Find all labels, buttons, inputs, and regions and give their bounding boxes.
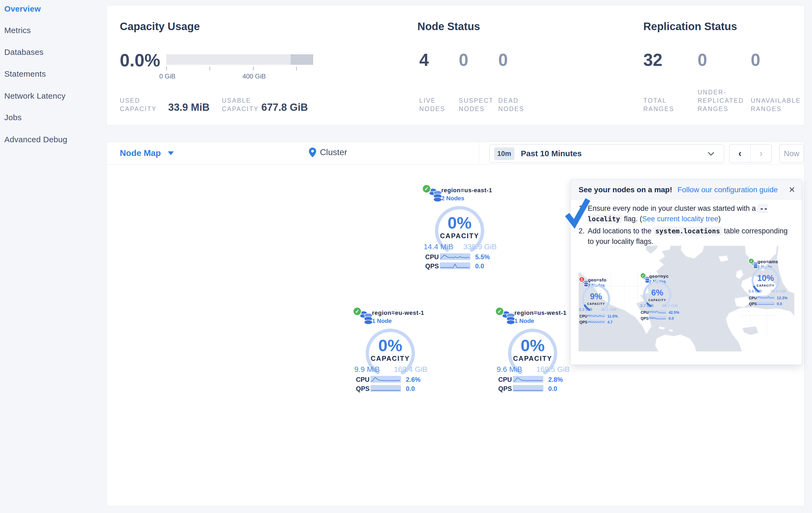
cpu-value: 11.0% [607, 314, 618, 318]
configuration-guide-link[interactable]: Follow our configuration guide [677, 186, 778, 194]
axis-tick [166, 67, 167, 71]
step-text: ) [718, 215, 721, 223]
sidebar-item-overview[interactable]: Overview [4, 4, 41, 14]
sidebar: Overview Metrics Databases Statements Ne… [0, 0, 106, 513]
nodes-on-map-popup: See your nodes on a map! Follow our conf… [570, 179, 802, 365]
status-healthy-icon [748, 258, 754, 264]
qps-sparkline [370, 385, 401, 392]
time-back-button[interactable]: ‹ [729, 144, 751, 163]
axis-tick [209, 67, 210, 71]
cpu-sparkline [370, 376, 401, 383]
gauge-percent: 6% [640, 288, 674, 298]
axis-tick-label: 400 GiB [242, 73, 266, 80]
gauge-capacity-label: CAPACITY [422, 232, 497, 240]
node-count-link[interactable]: 2 Nodes [441, 195, 464, 202]
node-group-eu-west-1[interactable]: region=eu-west-1 1 Node 0% CAPACITY 9.9 … [353, 307, 428, 396]
node-count-link[interactable]: 1 Node [514, 318, 534, 325]
status-healthy-icon [495, 307, 504, 316]
total-value: 34.4 GiB [771, 289, 786, 293]
node-group-title: region=eu-west-1 [372, 309, 424, 317]
unavailable-label: UNAVAILABLE RANGES [751, 97, 801, 113]
live-nodes-label: LIVE NODES [419, 97, 454, 113]
locality-tree-link[interactable]: See current locality tree [642, 215, 718, 223]
breadcrumb[interactable]: Cluster [309, 147, 347, 157]
cpu-value: 2.8% [548, 376, 563, 383]
qps-sparkline [440, 263, 470, 269]
step-text: Add locations to the [588, 227, 654, 235]
gauge-capacity-label: CAPACITY [748, 284, 783, 287]
step-text: flag. ( [622, 215, 642, 223]
close-icon[interactable]: ✕ [789, 185, 795, 194]
time-forward-button: › [751, 144, 772, 163]
node-map-toolbar: Node Map Cluster 10m Past 10 Minutes ‹ › [107, 142, 804, 165]
sidebar-item-network-latency[interactable]: Network Latency [4, 91, 65, 101]
location-pin-icon [309, 147, 316, 157]
total-ranges-label: TOTAL RANGES [643, 97, 681, 113]
cpu-value: 42.5% [669, 310, 679, 315]
gauge-capacity-label: CAPACITY [353, 355, 428, 362]
node-group-title: geo=sfo [588, 277, 606, 283]
big-blue-check-icon [564, 197, 591, 230]
node-group-us-west-1[interactable]: region=us-west-1 1 Node 0% CAPACITY 9.6 … [495, 307, 570, 396]
unavailable-value: 0 [751, 50, 760, 70]
sidebar-item-statements[interactable]: Statements [4, 70, 46, 79]
axis-tick [253, 67, 254, 71]
sidebar-item-databases[interactable]: Databases [4, 48, 44, 57]
used-value: 3.6 GiB [748, 289, 762, 293]
map-node-group-ams[interactable]: geo=ams 1 Node 10% CAPACITY 3.6 GiB 34.4… [748, 258, 787, 306]
dead-nodes-value: 0 [498, 50, 508, 70]
sidebar-item-metrics[interactable]: Metrics [4, 26, 31, 35]
node-group-us-east-1[interactable]: region=us-east-1 2 Nodes 0% CAPACITY 14.… [422, 184, 497, 273]
status-healthy-icon [422, 184, 431, 193]
sidebar-item-jobs[interactable]: Jobs [4, 113, 22, 122]
cpu-value: 5.5% [475, 253, 490, 261]
cpu-sparkline [587, 314, 605, 318]
under-replicated-value: 0 [698, 50, 707, 70]
time-range-selector[interactable]: 10m Past 10 Minutes [489, 144, 724, 163]
toolbar-divider [479, 142, 479, 165]
popup-title: See your nodes on a map! [579, 186, 672, 194]
dropdown-caret-icon [168, 152, 174, 155]
node-group-title: region=us-east-1 [441, 187, 492, 194]
node-status-title: Node Status [417, 21, 480, 32]
gauge-percent: 10% [748, 273, 783, 283]
time-range-badge: 10m [494, 147, 514, 160]
system-locations-code: system.locations [654, 227, 722, 236]
qps-value: 0.0 [777, 302, 782, 306]
dead-nodes-label: DEAD NODES [498, 97, 533, 113]
node-group-title: geo=ams [757, 259, 778, 265]
used-value: 14.4 MiB [424, 243, 454, 251]
setup-step-2: 2.Add locations to the system.locations … [579, 226, 795, 247]
qps-sparkline [513, 385, 543, 392]
map-node-group-nyc[interactable]: geo=nyc 2 Nodes 6% CAPACITY 3.7 GiB 65.7… [640, 273, 679, 321]
gauge-capacity-label: CAPACITY [579, 302, 613, 305]
step-text: Ensure every node in your cluster was st… [588, 204, 758, 212]
gauge-percent: 0% [422, 213, 497, 232]
sidebar-item-advanced-debug[interactable]: Advanced Debug [4, 135, 67, 144]
map-node-group-sfo[interactable]: 1 geo=sfo 2 Nodes 9% CA [579, 276, 618, 325]
cpu-sparkline [757, 296, 775, 299]
gauge-percent: 0% [353, 336, 428, 355]
qps-label: QPS [579, 320, 587, 324]
cpu-label: CPU [425, 253, 439, 261]
total-value: 65.7 GiB [662, 303, 678, 308]
now-button[interactable]: Now [779, 144, 804, 163]
total-value: 169.4 GiB [394, 365, 427, 374]
capacity-usage-title: Capacity Usage [120, 21, 200, 32]
view-mode-dropdown[interactable]: Node Map [120, 148, 174, 158]
qps-sparkline [587, 320, 605, 323]
node-group-title: geo=nyc [649, 274, 669, 279]
time-range-label: Past 10 Minutes [521, 149, 582, 158]
axis-tick [296, 67, 297, 71]
setup-step-1: 1.Ensure every node in your cluster was … [579, 203, 795, 224]
breadcrumb-cluster-label: Cluster [320, 147, 347, 157]
setup-steps: 1.Ensure every node in your cluster was … [579, 203, 795, 248]
node-count-link[interactable]: 1 Node [372, 318, 392, 325]
cpu-value: 12.3% [777, 296, 788, 300]
qps-sparkline [757, 302, 775, 305]
gauge-percent: 0% [495, 336, 570, 355]
used-value: 9.9 MiB [354, 365, 380, 374]
under-replicated-label: UNDER-REPLICATED RANGES [698, 88, 747, 113]
gauge-capacity-label: CAPACITY [640, 298, 674, 302]
time-step-buttons: ‹ › [729, 144, 772, 163]
